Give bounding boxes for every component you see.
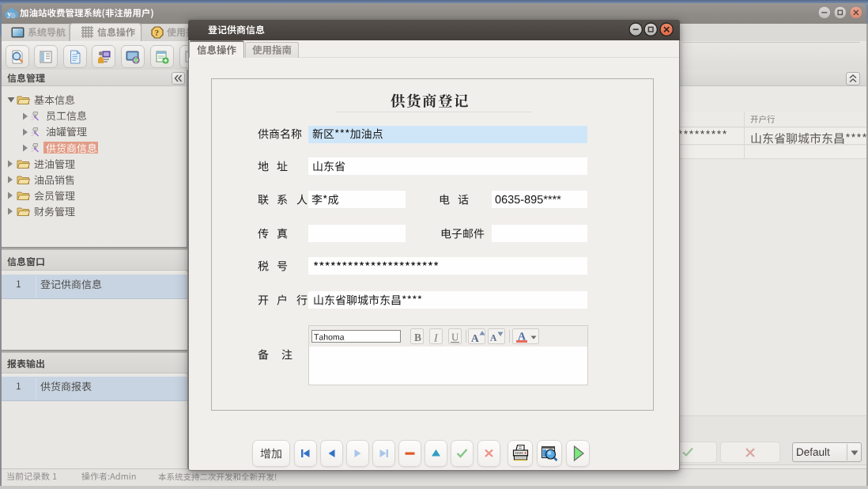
svg-text:y: y <box>7 9 12 18</box>
svg-text:?: ? <box>155 28 160 37</box>
